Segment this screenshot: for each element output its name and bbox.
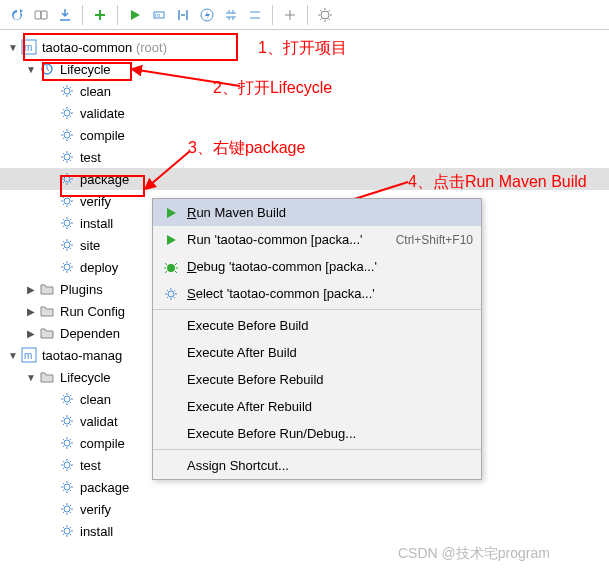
- svg-point-20: [64, 396, 70, 402]
- download-icon[interactable]: [54, 4, 76, 26]
- tree-lifecycle[interactable]: ▼ Lifecycle: [0, 58, 609, 80]
- maven-module-icon: m: [20, 346, 38, 364]
- divider-icon[interactable]: [279, 4, 301, 26]
- svg-point-13: [64, 176, 70, 182]
- context-menu: Run Maven Build Run 'taotao-common [pack…: [152, 198, 482, 480]
- tree-phase-test[interactable]: test: [0, 146, 609, 168]
- watermark: CSDN @技术宅program: [398, 545, 550, 563]
- svg-point-17: [64, 264, 70, 270]
- svg-text:m: m: [24, 42, 32, 53]
- gear-icon: [58, 82, 76, 100]
- gear-icon: [58, 192, 76, 210]
- tree-phase-validate[interactable]: validate: [0, 102, 609, 124]
- refresh-icon[interactable]: [6, 4, 28, 26]
- lifecycle-label: Lifecycle: [60, 62, 111, 77]
- svg-point-26: [64, 528, 70, 534]
- chevron-down-icon[interactable]: ▼: [24, 372, 38, 383]
- svg-point-28: [168, 291, 174, 297]
- chevron-down-icon[interactable]: ▼: [6, 42, 20, 53]
- play-icon: [161, 207, 181, 219]
- svg-rect-0: [35, 11, 41, 19]
- separator: [307, 5, 308, 25]
- lifecycle-icon: [38, 60, 56, 78]
- settings-icon[interactable]: [314, 4, 336, 26]
- svg-point-25: [64, 506, 70, 512]
- menu-exec-before-rebuild[interactable]: Execute Before Rebuild: [153, 366, 481, 393]
- gear-icon: [58, 214, 76, 232]
- separator: [117, 5, 118, 25]
- svg-point-11: [64, 132, 70, 138]
- expand-icon[interactable]: [244, 4, 266, 26]
- gear-icon: [58, 126, 76, 144]
- toggle-icon[interactable]: [172, 4, 194, 26]
- toolbar: m: [0, 0, 609, 30]
- folder-icon: [38, 324, 56, 342]
- gear-icon: [58, 258, 76, 276]
- svg-text:m: m: [24, 350, 32, 361]
- folder-icon: [38, 302, 56, 320]
- tree-phase-compile[interactable]: compile: [0, 124, 609, 146]
- play-icon[interactable]: [124, 4, 146, 26]
- gear-icon: [58, 456, 76, 474]
- menu-separator: [153, 449, 481, 450]
- svg-point-5: [321, 11, 329, 19]
- svg-rect-1: [41, 11, 47, 19]
- chevron-right-icon[interactable]: ▶: [24, 328, 38, 339]
- folder-icon: [38, 368, 56, 386]
- skip-icon[interactable]: m: [148, 4, 170, 26]
- chevron-right-icon[interactable]: ▶: [24, 306, 38, 317]
- gear-icon: [58, 390, 76, 408]
- svg-point-27: [167, 264, 175, 272]
- gear-icon: [58, 500, 76, 518]
- tree-phase-package[interactable]: package: [0, 168, 609, 190]
- svg-point-14: [64, 198, 70, 204]
- menu-select[interactable]: Select 'taotao-common [packa...': [153, 280, 481, 307]
- svg-point-16: [64, 242, 70, 248]
- flash-icon[interactable]: [196, 4, 218, 26]
- bug-icon: [161, 260, 181, 274]
- gear-icon: [58, 478, 76, 496]
- tree-phase2-verify[interactable]: verify: [0, 498, 609, 520]
- gear-icon: [161, 287, 181, 301]
- svg-point-9: [64, 88, 70, 94]
- svg-point-23: [64, 462, 70, 468]
- menu-exec-before-build[interactable]: Execute Before Build: [153, 312, 481, 339]
- svg-point-12: [64, 154, 70, 160]
- menu-exec-after-build[interactable]: Execute After Build: [153, 339, 481, 366]
- root-label: taotao-common (root): [42, 40, 167, 55]
- svg-point-15: [64, 220, 70, 226]
- svg-text:m: m: [155, 12, 160, 18]
- chevron-down-icon[interactable]: ▼: [6, 350, 20, 361]
- chevron-down-icon[interactable]: ▼: [24, 64, 38, 75]
- gear-icon: [58, 104, 76, 122]
- play-icon: [161, 234, 181, 246]
- gear-icon: [58, 412, 76, 430]
- collapse-icon[interactable]: [220, 4, 242, 26]
- folder-icon: [38, 280, 56, 298]
- menu-debug[interactable]: Debug 'taotao-common [packa...': [153, 253, 481, 280]
- svg-point-10: [64, 110, 70, 116]
- menu-assign-shortcut[interactable]: Assign Shortcut...: [153, 452, 481, 479]
- chevron-right-icon[interactable]: ▶: [24, 284, 38, 295]
- tree-phase2-install[interactable]: install: [0, 520, 609, 542]
- menu-exec-after-rebuild[interactable]: Execute After Rebuild: [153, 393, 481, 420]
- plus-icon[interactable]: [89, 4, 111, 26]
- menu-run[interactable]: Run 'taotao-common [packa...' Ctrl+Shift…: [153, 226, 481, 253]
- gear-icon: [58, 434, 76, 452]
- svg-point-22: [64, 440, 70, 446]
- maven-module-icon: m: [20, 38, 38, 56]
- svg-point-21: [64, 418, 70, 424]
- link-icon[interactable]: [30, 4, 52, 26]
- gear-icon: [58, 236, 76, 254]
- separator: [272, 5, 273, 25]
- separator: [82, 5, 83, 25]
- tree-root-taotao-common[interactable]: ▼ m taotao-common (root): [0, 36, 609, 58]
- menu-run-maven-build[interactable]: Run Maven Build: [153, 199, 481, 226]
- gear-icon: [58, 170, 76, 188]
- tree-phase-clean[interactable]: clean: [0, 80, 609, 102]
- gear-icon: [58, 148, 76, 166]
- svg-point-24: [64, 484, 70, 490]
- menu-separator: [153, 309, 481, 310]
- gear-icon: [58, 522, 76, 540]
- menu-exec-before-run[interactable]: Execute Before Run/Debug...: [153, 420, 481, 447]
